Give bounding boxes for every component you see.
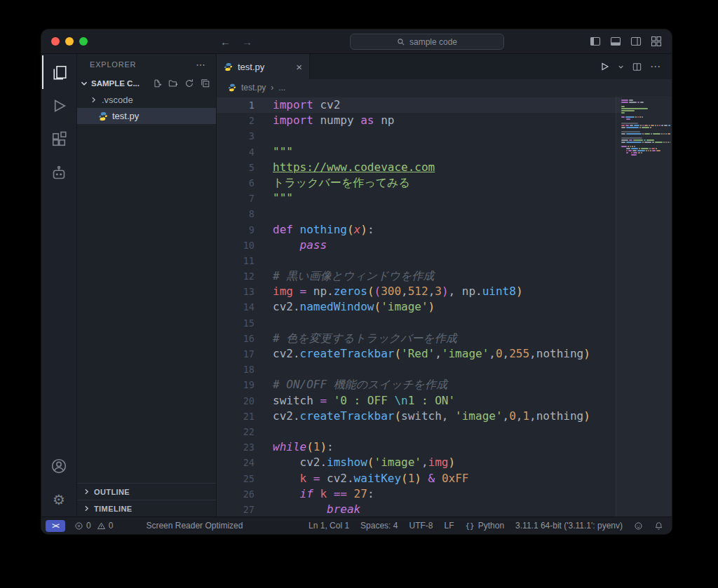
- code-line-text: cv2.createTrackbar('Red','image',0,255,n…: [255, 346, 590, 362]
- code-line[interactable]: 12# 黒い画像とウィンドウを作成: [217, 268, 622, 284]
- breadcrumb-file[interactable]: test.py: [241, 83, 266, 93]
- activity-bar: ⚙: [41, 54, 77, 517]
- line-number: 21: [217, 409, 255, 424]
- language-mode[interactable]: {} Python: [465, 521, 504, 531]
- new-folder-icon[interactable]: [168, 78, 178, 88]
- code-line[interactable]: 21cv2.createTrackbar(switch, 'image',0,1…: [217, 409, 622, 424]
- back-button[interactable]: ←: [220, 36, 231, 48]
- code-line[interactable]: 13img = np.zeros((300,512,3), np.uint8): [217, 284, 622, 299]
- sidebar-spacer: [77, 124, 216, 483]
- activity-account[interactable]: [42, 449, 76, 483]
- code-line[interactable]: 27 break: [217, 502, 622, 517]
- code-line[interactable]: 18: [217, 362, 622, 377]
- workspace-folder-label: SAMPLE C...: [91, 79, 140, 88]
- code-line-text: import numpy as np: [255, 113, 394, 128]
- activity-extensions[interactable]: [42, 123, 76, 156]
- customize-layout-icon[interactable]: [651, 36, 662, 47]
- split-editor-icon[interactable]: [632, 62, 642, 72]
- minimap[interactable]: [616, 96, 672, 517]
- line-number: 1: [217, 97, 255, 113]
- code-line[interactable]: 11: [217, 253, 622, 268]
- encoding[interactable]: UTF-8: [409, 521, 433, 531]
- code-line[interactable]: 4""": [217, 144, 622, 160]
- breadcrumb[interactable]: test.py › ...: [217, 79, 672, 96]
- line-number: 13: [217, 284, 255, 299]
- minimize-window-button[interactable]: [65, 37, 74, 46]
- outline-section[interactable]: OUTLINE: [77, 483, 216, 500]
- code-line[interactable]: 6トラックバーを作ってみる: [217, 175, 622, 191]
- code-line[interactable]: 25 k = cv2.waitKey(1) & 0xFF: [217, 471, 622, 486]
- code-line[interactable]: 5https://www.codevace.com: [217, 160, 622, 175]
- activity-run-debug[interactable]: [42, 89, 76, 123]
- remote-indicator[interactable]: ><: [46, 520, 65, 532]
- language-label: Python: [478, 521, 504, 531]
- code-line[interactable]: 22: [217, 424, 622, 439]
- refresh-icon[interactable]: [184, 78, 194, 88]
- code-line[interactable]: 7""": [217, 191, 622, 206]
- command-center-search[interactable]: sample code: [350, 34, 504, 50]
- line-number: 6: [217, 175, 255, 191]
- activity-settings[interactable]: ⚙: [42, 483, 76, 517]
- code-line[interactable]: 26 if k == 27:: [217, 486, 622, 502]
- indentation[interactable]: Spaces: 4: [360, 521, 398, 531]
- cursor-position[interactable]: Ln 1, Col 1: [309, 521, 349, 531]
- code-line-text: # 黒い画像とウィンドウを作成: [255, 268, 434, 284]
- activity-chat[interactable]: [42, 156, 76, 190]
- search-text: sample code: [409, 37, 457, 47]
- forward-button[interactable]: →: [242, 36, 252, 48]
- toggle-panel-icon[interactable]: [610, 36, 621, 47]
- explorer-header: EXPLORER ⋯: [77, 54, 216, 75]
- line-number: 10: [217, 238, 255, 253]
- code-line[interactable]: 9def nothing(x):: [217, 222, 622, 238]
- line-number: 20: [217, 393, 255, 409]
- explorer-more-icon[interactable]: ⋯: [196, 59, 206, 70]
- code-line-text: while(1):: [255, 439, 334, 455]
- code-line[interactable]: 23while(1):: [217, 439, 622, 455]
- tree-item-vscode[interactable]: .vscode: [77, 92, 216, 108]
- line-number: 16: [217, 331, 255, 346]
- code-line[interactable]: 15: [217, 315, 622, 331]
- activity-explorer[interactable]: [42, 55, 76, 89]
- toggle-sidebar-left-icon[interactable]: [590, 36, 601, 47]
- code-line[interactable]: 16# 色を変更するトラックバーを作成: [217, 331, 622, 346]
- tab-testpy[interactable]: test.py ×: [217, 54, 310, 79]
- run-dropdown-icon[interactable]: [618, 64, 624, 70]
- problems-indicator[interactable]: 0 0: [74, 521, 113, 531]
- breadcrumb-more[interactable]: ...: [278, 83, 285, 93]
- tree-item-testpy[interactable]: test.py: [77, 108, 216, 124]
- gear-icon: ⚙: [53, 491, 65, 508]
- explorer-section-header[interactable]: SAMPLE C...: [77, 75, 216, 92]
- code-line-text: k = cv2.waitKey(1) & 0xFF: [255, 471, 468, 486]
- timeline-section[interactable]: TIMELINE: [77, 500, 216, 517]
- feedback-icon[interactable]: [634, 521, 643, 531]
- run-debug-icon: [50, 97, 67, 114]
- eol-sequence[interactable]: LF: [444, 521, 454, 531]
- bell-icon[interactable]: [654, 521, 663, 531]
- outline-label: OUTLINE: [94, 488, 130, 496]
- editor-more-icon[interactable]: ⋯: [650, 60, 661, 73]
- line-number: 19: [217, 377, 255, 392]
- code-editor[interactable]: 1import cv22import numpy as np34"""5http…: [217, 96, 672, 517]
- code-line[interactable]: 8: [217, 206, 622, 221]
- new-file-icon[interactable]: [152, 78, 162, 88]
- code-line[interactable]: 17cv2.createTrackbar('Red','image',0,255…: [217, 346, 622, 362]
- close-window-button[interactable]: [51, 37, 60, 46]
- line-number: 5: [217, 160, 255, 175]
- collapse-all-icon[interactable]: [201, 78, 210, 88]
- close-tab-icon[interactable]: ×: [296, 62, 302, 72]
- code-line[interactable]: 24 cv2.imshow('image',img): [217, 455, 622, 470]
- code-line[interactable]: 19# ON/OFF 機能のスイッチを作成: [217, 377, 622, 392]
- python-interpreter[interactable]: 3.11.1 64-bit ('3.11.1': pyenv): [515, 521, 623, 531]
- toggle-sidebar-right-icon[interactable]: [630, 36, 642, 47]
- run-file-icon[interactable]: [599, 61, 610, 72]
- code-line[interactable]: 14cv2.namedWindow('image'): [217, 299, 622, 315]
- code-line[interactable]: 10 pass: [217, 238, 622, 253]
- code-line[interactable]: 3: [217, 128, 622, 144]
- code-line[interactable]: 20switch = '0 : OFF \n1 : ON': [217, 393, 622, 409]
- zoom-window-button[interactable]: [79, 37, 88, 46]
- code-line-text: https://www.codevace.com: [255, 160, 435, 175]
- code-line[interactable]: 2import numpy as np: [217, 113, 622, 128]
- code-line[interactable]: 1import cv2: [217, 97, 622, 113]
- screen-reader-status[interactable]: Screen Reader Optimized: [146, 521, 243, 531]
- error-icon: [74, 521, 83, 531]
